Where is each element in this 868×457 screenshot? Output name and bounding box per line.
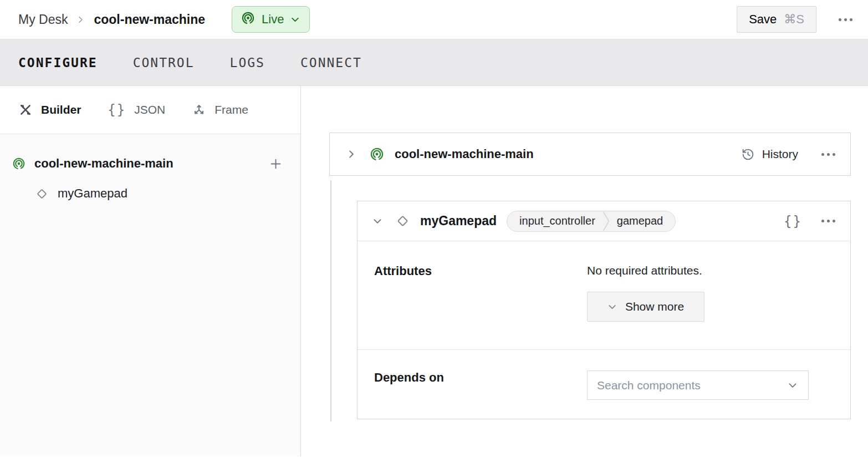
component-card-title: myGamepad bbox=[420, 214, 497, 228]
tab-connect[interactable]: CONNECT bbox=[300, 55, 362, 70]
component-diamond-icon bbox=[395, 214, 410, 228]
depends-on-section: Depends on bbox=[358, 350, 850, 419]
chevron-down-icon bbox=[607, 302, 617, 312]
machine-part-card-title: cool-new-machine-main bbox=[395, 147, 534, 161]
braces-icon: {} bbox=[108, 102, 126, 118]
save-shortcut-hint: ⌘S bbox=[784, 12, 804, 27]
frame-axes-icon bbox=[192, 103, 206, 117]
depends-on-heading: Depends on bbox=[374, 370, 587, 419]
mode-json[interactable]: {} JSON bbox=[108, 102, 165, 118]
tab-logs[interactable]: LOGS bbox=[230, 55, 265, 70]
machine-card-menu-icon[interactable] bbox=[821, 153, 835, 156]
mode-json-label: JSON bbox=[134, 103, 165, 116]
attributes-content: No required attributes. Show more bbox=[587, 264, 834, 349]
breadcrumb: My Desk cool-new-machine bbox=[18, 12, 205, 27]
mode-frame-label: Frame bbox=[215, 103, 248, 116]
status-label: Live bbox=[262, 12, 284, 27]
component-tree: cool-new-machine-main myGamepad bbox=[0, 134, 300, 456]
tab-control[interactable]: CONTROL bbox=[133, 55, 195, 70]
depends-on-select[interactable] bbox=[587, 370, 809, 400]
component-card-menu-icon[interactable] bbox=[821, 220, 835, 222]
machine-part-card: cool-new-machine-main History bbox=[329, 133, 851, 176]
collapse-chevron-down-icon[interactable] bbox=[372, 216, 382, 226]
tree-component-label: myGamepad bbox=[58, 186, 127, 201]
history-button-label: History bbox=[762, 148, 798, 161]
tab-configure[interactable]: CONFIGURE bbox=[18, 55, 98, 70]
search-components-input[interactable] bbox=[597, 379, 788, 392]
edit-json-icon[interactable]: {} bbox=[784, 214, 802, 229]
save-button-label: Save bbox=[749, 12, 777, 27]
show-more-label: Show more bbox=[625, 300, 684, 313]
component-model: gamepad bbox=[617, 215, 663, 227]
machine-status-badge[interactable]: Live bbox=[232, 6, 310, 33]
component-type: input_controller bbox=[519, 215, 595, 227]
main-tab-bar: CONFIGURE CONTROL LOGS CONNECT bbox=[0, 39, 868, 86]
tree-item-component[interactable]: myGamepad bbox=[0, 179, 300, 208]
card-connector-line bbox=[330, 180, 331, 422]
chevron-down-icon bbox=[290, 15, 300, 24]
depends-on-content bbox=[587, 370, 834, 419]
add-component-button[interactable] bbox=[268, 156, 283, 171]
tools-icon bbox=[18, 103, 33, 117]
attributes-heading: Attributes bbox=[374, 264, 587, 349]
content-area: Builder {} JSON Frame bbox=[0, 86, 868, 456]
component-card: myGamepad input_controller gamepad {} At… bbox=[357, 201, 851, 419]
machine-part-icon bbox=[370, 147, 384, 161]
mode-builder-label: Builder bbox=[41, 103, 81, 116]
breadcrumb-parent[interactable]: My Desk bbox=[18, 12, 68, 27]
tree-machine-label: cool-new-machine-main bbox=[34, 156, 173, 171]
attributes-section: Attributes No required attributes. Show … bbox=[358, 241, 850, 350]
top-bar: My Desk cool-new-machine Live Save ⌘S bbox=[0, 0, 868, 39]
component-card-header: myGamepad input_controller gamepad {} bbox=[358, 201, 850, 241]
attributes-empty-message: No required attributes. bbox=[587, 264, 834, 277]
config-main-panel: cool-new-machine-main History bbox=[301, 86, 868, 456]
history-button[interactable]: History bbox=[741, 148, 798, 161]
component-type-badge: input_controller gamepad bbox=[507, 211, 676, 232]
history-clock-icon bbox=[741, 148, 755, 161]
config-sidebar: Builder {} JSON Frame bbox=[0, 86, 301, 456]
mode-frame[interactable]: Frame bbox=[192, 103, 248, 117]
mode-builder[interactable]: Builder bbox=[18, 103, 81, 117]
view-mode-switcher: Builder {} JSON Frame bbox=[0, 86, 300, 134]
show-more-button[interactable]: Show more bbox=[587, 292, 704, 322]
save-button[interactable]: Save ⌘S bbox=[737, 6, 816, 33]
chevron-right-icon bbox=[76, 16, 85, 24]
machine-part-icon bbox=[12, 157, 25, 170]
component-diamond-icon bbox=[35, 187, 49, 201]
badge-divider-icon bbox=[603, 211, 610, 231]
chevron-down-icon bbox=[788, 380, 798, 390]
live-broadcast-icon bbox=[241, 11, 255, 28]
topbar-overflow-menu-icon[interactable] bbox=[839, 18, 852, 21]
collapse-chevron-right-icon[interactable] bbox=[346, 149, 356, 159]
tree-item-machine-part[interactable]: cool-new-machine-main bbox=[0, 148, 300, 179]
breadcrumb-current: cool-new-machine bbox=[94, 12, 205, 27]
